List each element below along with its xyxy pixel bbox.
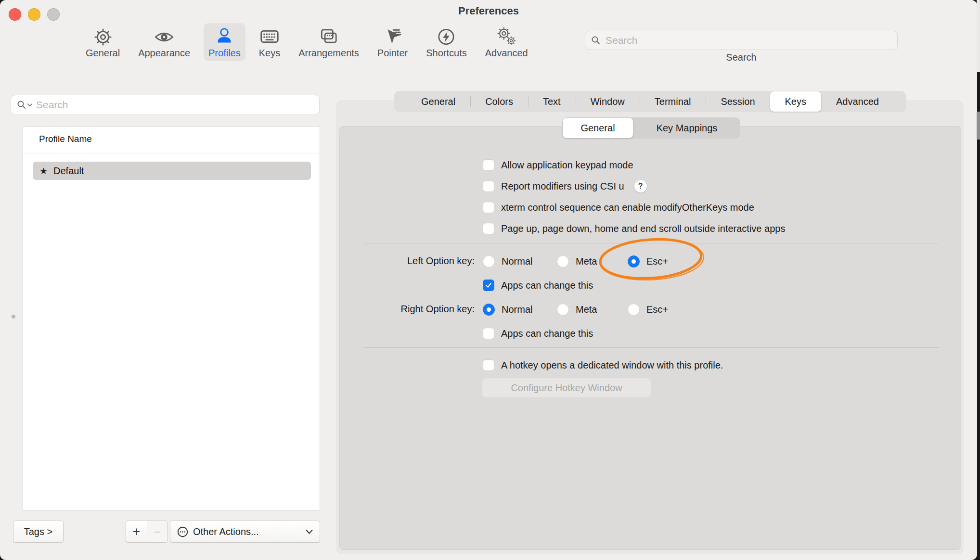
left-option-meta-radio[interactable] [557, 255, 569, 267]
checkbox-label: Apps can change this [501, 328, 593, 339]
right-apps-can-change-checkbox[interactable] [483, 328, 494, 339]
other-actions-dropdown[interactable]: Other Actions... [170, 521, 320, 543]
radio-label: Meta [576, 256, 597, 267]
search-icon [17, 100, 26, 110]
checkbox-row: Allow application keypad mode [483, 159, 633, 171]
toolbar-item-advanced[interactable]: Advanced [480, 23, 533, 61]
configure-hotkey-window-button: Configure Hotkey Window [482, 378, 651, 397]
checkbox-label: Page up, page down, home and end scroll … [501, 223, 785, 234]
cursor-icon [383, 26, 403, 47]
toolbar-item-general[interactable]: General [81, 23, 125, 61]
hotkey-window-checkbox[interactable] [483, 359, 494, 371]
allow-keypad-checkbox[interactable] [483, 159, 494, 171]
checkbox-label: Apps can change this [501, 280, 593, 291]
radio-label: Esc+ [646, 304, 668, 315]
toolbar-item-arrangements[interactable]: Arrangements [294, 23, 364, 61]
toolbar-label: General [86, 48, 120, 59]
toolbar-item-profiles[interactable]: Profiles [204, 23, 245, 61]
radio-label: Normal [502, 256, 532, 267]
left-option-normal-radio[interactable] [483, 255, 495, 267]
radio-label: Normal [502, 304, 532, 315]
toolbar: General Appearance Profiles [81, 23, 533, 61]
left-option-esc-radio[interactable] [628, 255, 640, 267]
checkbox-row: Page up, page down, home and end scroll … [483, 222, 785, 235]
left-apps-can-change-checkbox[interactable] [483, 280, 494, 291]
preferences-window: Preferences General Appearance Profiles [0, 0, 977, 560]
csi-u-checkbox[interactable] [483, 180, 494, 192]
background-scrollbar-thumb [977, 112, 980, 140]
right-option-meta-radio[interactable] [557, 304, 569, 316]
check-icon [485, 281, 492, 289]
bolt-icon [436, 26, 456, 47]
radio-option: Meta [557, 303, 597, 316]
ellipsis-circle-icon [177, 526, 188, 537]
scroll-outside-checkbox[interactable] [483, 223, 494, 234]
right-option-esc-radio[interactable] [628, 304, 640, 316]
subtab-key-mappings[interactable]: Key Mappings [633, 117, 740, 139]
tab-general[interactable]: General [406, 91, 470, 112]
profile-list-header: Profile Name [23, 127, 320, 144]
divider [363, 347, 939, 348]
search-placeholder: Search [606, 35, 638, 46]
toolbar-item-shortcuts[interactable]: Shortcuts [421, 23, 471, 61]
tab-advanced[interactable]: Advanced [821, 91, 894, 112]
tab-text[interactable]: Text [528, 91, 576, 112]
toolbar-label: Shortcuts [426, 48, 466, 59]
background-window-edge [977, 0, 980, 72]
toolbar-label: Advanced [485, 48, 528, 59]
chevron-down-icon [306, 530, 313, 534]
toolbar-label: Pointer [377, 48, 408, 59]
checkbox-row: Apps can change this [483, 327, 593, 340]
subtab-general[interactable]: General [563, 118, 633, 138]
checkbox-label: Allow application keypad mode [501, 160, 633, 171]
window-title: Preferences [0, 5, 977, 17]
divider [24, 153, 319, 153]
radio-option: Esc+ [628, 255, 668, 267]
checkbox-label: A hotkey opens a dedicated window with t… [501, 360, 723, 371]
tab-keys[interactable]: Keys [770, 91, 821, 112]
toolbar-label: Arrangements [298, 48, 359, 59]
other-actions-label: Other Actions... [193, 526, 259, 537]
checkbox-row: Report modifiers using CSI u ? [483, 180, 647, 192]
tab-window[interactable]: Window [576, 91, 640, 112]
toolbar-item-appearance[interactable]: Appearance [133, 23, 195, 61]
radio-label: Meta [576, 304, 597, 315]
right-option-normal-radio[interactable] [483, 304, 495, 316]
windows-icon [319, 26, 339, 47]
tab-colors[interactable]: Colors [470, 91, 528, 112]
tab-terminal[interactable]: Terminal [640, 91, 706, 112]
remove-profile-button: − [147, 521, 168, 542]
profile-tab-bar: General Colors Text Window Terminal Sess… [394, 91, 906, 112]
checkbox-row: Apps can change this [483, 279, 593, 292]
search-icon [591, 36, 601, 45]
help-button[interactable]: ? [634, 179, 647, 193]
modifyotherkeys-checkbox[interactable] [483, 202, 494, 213]
profile-name: Default [53, 165, 84, 177]
toolbar-search-input[interactable]: Search [585, 31, 898, 50]
left-option-label: Left Option key: [337, 255, 475, 267]
radio-option: Normal [483, 255, 532, 267]
chevron-down-icon [27, 103, 32, 107]
add-profile-button[interactable]: + [126, 521, 147, 542]
divider [363, 243, 939, 243]
checkbox-label: xterm control sequence can enable modify… [501, 202, 754, 213]
checkbox-row: A hotkey opens a dedicated window with t… [483, 359, 723, 371]
radio-option: Meta [557, 255, 597, 267]
toolbar-label: Appearance [138, 48, 190, 59]
tab-session[interactable]: Session [706, 91, 770, 112]
toolbar-item-pointer[interactable]: Pointer [373, 23, 413, 61]
star-icon: ★ [39, 165, 48, 176]
person-icon [214, 26, 234, 47]
add-remove-group: + − [126, 521, 168, 543]
profile-row-default[interactable]: ★ Default [33, 162, 311, 180]
checkbox-label: Report modifiers using CSI u [501, 181, 624, 192]
detail-panel-content [339, 126, 961, 550]
profile-search-input[interactable]: Search [11, 95, 320, 115]
radio-option: Normal [483, 303, 532, 316]
tags-button[interactable]: Tags > [13, 521, 64, 543]
right-option-label: Right Option key: [337, 304, 475, 315]
toolbar-item-keys[interactable]: Keys [254, 23, 285, 61]
gear-icon [93, 26, 113, 47]
gears-icon [496, 26, 516, 47]
keyboard-icon [259, 26, 280, 47]
